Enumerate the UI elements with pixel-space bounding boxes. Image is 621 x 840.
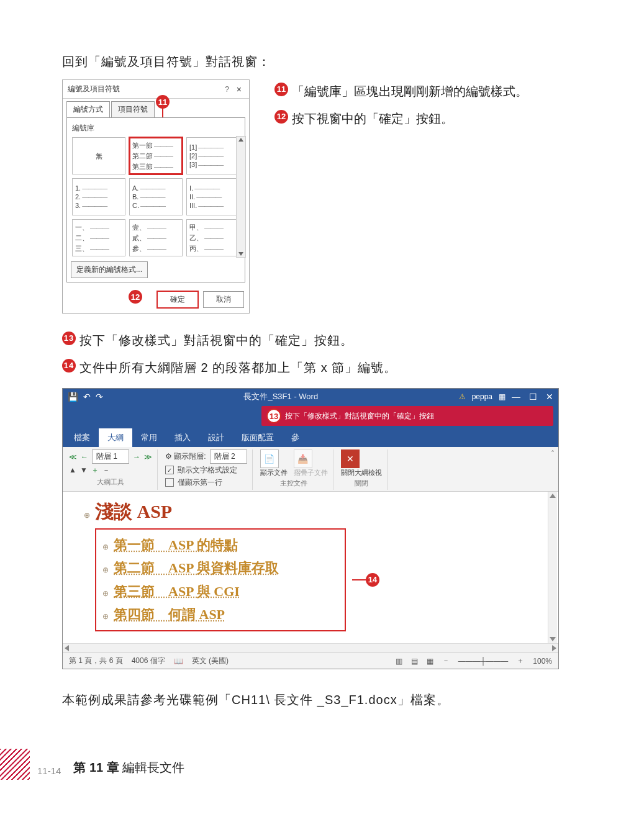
outline-level-dropdown[interactable]: 階層 1 [92, 449, 129, 464]
horizontal-scrollbar[interactable] [63, 643, 558, 653]
status-page[interactable]: 第 1 頁，共 6 頁 [69, 656, 123, 666]
chapter-title: 第 11 章 編輯長文件 [73, 759, 184, 776]
status-language[interactable]: 英文 (美國) [192, 656, 229, 666]
tab-insert[interactable]: 插入 [166, 428, 199, 447]
callout-14-line [352, 579, 366, 580]
intro-text: 回到「編號及項目符號」對話視窗： [62, 50, 559, 73]
footer-note: 本範例成果請參考光碟範例「CH11\ 長文件 _S3_F1.docx」檔案。 [62, 688, 559, 711]
dialog-scrollbar[interactable] [236, 136, 246, 258]
cell-none[interactable]: 無 [72, 137, 125, 174]
zoom-level[interactable]: 100% [533, 657, 552, 666]
proofing-icon[interactable]: 📖 [174, 657, 183, 666]
callout-12-text: 12 [274, 110, 288, 124]
cell-roman[interactable]: I. ———— II. ———— III. ———— [186, 178, 240, 215]
collapse-subdoc-label: 摺疊子文件 [294, 468, 328, 477]
redo-icon[interactable]: ↷ [96, 392, 103, 402]
tab-numbering[interactable]: 編號方式 [66, 101, 110, 117]
view-print-icon[interactable]: ▤ [411, 657, 418, 666]
document-area[interactable]: ⊕淺談 ASP ⊕第一節 ASP 的特點 ⊕第二節 ASP 與資料庫存取 ⊕第三… [63, 492, 558, 643]
step-14-text: 文件中所有大綱階層 2 的段落都加上「第 x 節」編號。 [79, 356, 397, 379]
zoom-slider[interactable]: ———┼——— [458, 657, 509, 666]
tab-design[interactable]: 設計 [199, 428, 233, 447]
group-outline-tools: 大綱工具 [69, 477, 152, 487]
tab-references[interactable]: 參 [283, 428, 308, 447]
collapse-icon[interactable]: － [102, 465, 110, 476]
zoom-in-icon[interactable]: ＋ [517, 656, 524, 666]
tab-file[interactable]: 檔案 [65, 428, 99, 447]
show-level-dropdown[interactable]: 階層 2 [210, 449, 247, 464]
move-up-icon[interactable]: ▲ [69, 466, 76, 474]
undo-icon[interactable]: ↶ [83, 392, 91, 402]
show-formatting-checkbox[interactable]: ✓ [165, 466, 174, 474]
minimize-icon[interactable]: — [512, 392, 520, 402]
demote-icon[interactable]: → [133, 453, 140, 461]
outline-marker-icon[interactable]: ⊕ [102, 612, 109, 621]
show-document-icon[interactable]: 📄 [260, 449, 279, 468]
cell-trad[interactable]: 壹、 ——— 貳、 ——— 參、 ——— [129, 219, 183, 256]
callout-11-text: 11 [274, 83, 288, 96]
ribbon-options-icon[interactable]: ▦ [499, 392, 505, 401]
callout-11-line [162, 107, 163, 117]
save-icon[interactable]: 💾 [68, 392, 78, 402]
word-window: 💾 ↶ ↷ 長文件_S3F1 - Word ⚠ peppa ▦ — ☐ ✕ 13… [62, 388, 559, 669]
view-read-icon[interactable]: ▥ [396, 657, 402, 666]
define-new-format-button[interactable]: 定義新的編號格式... [71, 261, 148, 278]
first-line-checkbox[interactable] [165, 478, 174, 487]
status-word-count[interactable]: 4006 個字 [132, 656, 165, 666]
group-master-doc: 主控文件 [280, 479, 307, 488]
show-level-label: ⚙ 顯示階層: [165, 451, 206, 462]
demote-body-icon[interactable]: ≫ [144, 453, 152, 461]
heading-2: 第一節 ASP 的特點 [114, 537, 238, 553]
step-13-text: 按下「修改樣式」對話視窗中的「確定」按鈕。 [79, 328, 353, 352]
window-close-icon[interactable]: ✕ [546, 392, 553, 402]
show-document-label: 顯示文件 [260, 468, 288, 477]
help-icon[interactable]: ? [220, 85, 234, 94]
user-name: peppa [472, 392, 492, 401]
vertical-scrollbar[interactable] [548, 492, 557, 643]
maximize-icon[interactable]: ☐ [529, 392, 537, 402]
tab-home[interactable]: 常用 [132, 428, 166, 447]
heading-2: 第三節 ASP 與 CGI [114, 584, 240, 599]
promote-top-icon[interactable]: ≪ [69, 453, 77, 461]
view-web-icon[interactable]: ▦ [427, 657, 433, 666]
section-highlight-box: ⊕第一節 ASP 的特點 ⊕第二節 ASP 與資料庫存取 ⊕第三節 ASP 與 … [95, 528, 346, 631]
cell-brackets[interactable]: [1] ———— [2] ———— [3] ———— [186, 137, 240, 174]
callout-13: 13 [62, 332, 76, 345]
close-outline-icon[interactable]: ✕ [341, 449, 360, 468]
cell-cjk[interactable]: 一、 ——— 二、 ——— 三、 ——— [72, 219, 125, 256]
move-down-icon[interactable]: ▼ [80, 466, 88, 474]
tab-bullets[interactable]: 項目符號 [111, 101, 155, 117]
ribbon: ≪ ← 階層 1 → ≫ ▲ ▼ ＋ － 大綱工具 ⚙ 顯示階層: 階層 2 ✓… [63, 447, 558, 492]
close-icon[interactable]: × [234, 84, 244, 94]
cell-alpha[interactable]: A. ———— B. ———— C. ———— [129, 178, 183, 215]
overlay-banner: 13 按下「修改樣式」對話視窗中的「確定」按鈕 [261, 406, 553, 426]
cell-numeric[interactable]: 1. ———— 2. ———— 3. ———— [72, 178, 125, 215]
heading-2: 第四節 何謂 ASP [114, 607, 225, 622]
promote-icon[interactable]: ← [81, 453, 88, 461]
tab-layout[interactable]: 版面配置 [233, 428, 283, 447]
callout-13-overlay: 13 [266, 409, 281, 423]
expand-icon[interactable]: ＋ [91, 465, 99, 476]
zoom-out-icon[interactable]: － [442, 656, 450, 666]
collapse-subdoc-icon: 📥 [294, 449, 312, 468]
warning-icon: ⚠ [459, 392, 466, 401]
close-outline-label: 關閉大綱檢視 [341, 468, 382, 477]
heading-1: 淺談 ASP [95, 501, 172, 522]
outline-marker-icon[interactable]: ⊕ [102, 566, 109, 574]
tab-outline[interactable]: 大綱 [99, 428, 132, 447]
dialog-title: 編號及項目符號 [68, 84, 220, 94]
cell-stems[interactable]: 甲、 ——— 乙、 ——— 丙、 ——— [186, 219, 240, 256]
outline-marker-icon[interactable]: ⊕ [102, 543, 109, 551]
cancel-button[interactable]: 取消 [203, 291, 244, 308]
cell-sections[interactable]: 第一節 ——— 第二節 ——— 第三節 ——— [129, 137, 183, 174]
outline-marker-icon[interactable]: ⊕ [102, 589, 109, 598]
numbering-library-grid: 無 第一節 ——— 第二節 ——— 第三節 ——— [1] ———— [2] —… [71, 136, 241, 258]
ok-button[interactable]: 確定 [157, 291, 198, 308]
collapse-ribbon-icon[interactable]: ˄ [551, 449, 555, 458]
banner-text: 按下「修改樣式」對話視窗中的「確定」按鈕 [285, 411, 434, 422]
show-formatting-label: 顯示文字格式設定 [178, 465, 237, 476]
outline-marker-icon[interactable]: ⊕ [84, 511, 90, 520]
quick-access-toolbar[interactable]: 💾 ↶ ↷ [68, 392, 103, 402]
first-line-label: 僅顯示第一行 [178, 477, 222, 488]
step-11-text: 「編號庫」區塊出現剛剛新增的編號樣式。 [292, 79, 528, 103]
